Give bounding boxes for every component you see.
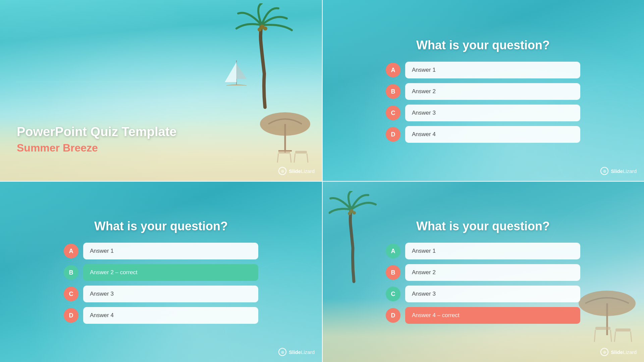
svg-point-2 [263, 26, 267, 31]
brand-logo-2: ◎ SlideLizard [600, 167, 637, 175]
answer-box-2b: Answer 2 – correct [83, 264, 258, 281]
quiz-content-3: What is your question? A Answer 1 B Answ… [322, 181, 644, 362]
badge-d-1: D [386, 127, 400, 142]
badge-a-2: A [64, 244, 78, 258]
brand-icon-3: ◎ [278, 348, 286, 356]
answer-row-2c: C Answer 3 [64, 286, 258, 302]
svg-marker-5 [236, 64, 247, 79]
brand-text-1: SlideLizard [289, 168, 315, 174]
brand-text-3: SlideLizard [289, 349, 315, 355]
answer-box-1a: Answer 1 [405, 62, 580, 78]
answer-row-2b: B Answer 2 – correct [64, 264, 258, 281]
brand-text-2: SlideLizard [611, 168, 637, 174]
answer-box-2a: Answer 1 [83, 243, 258, 259]
badge-b-1: B [386, 84, 400, 99]
badge-b-2: B [64, 265, 78, 280]
title-content: PowerPoint Quiz Template Summer Breeze [17, 124, 305, 154]
brand-bold-1: Slide [289, 168, 301, 174]
badge-c-1: C [386, 106, 400, 120]
slide-title: PowerPoint Quiz Template Summer Breeze ◎… [0, 0, 322, 181]
brand-icon-1: ◎ [278, 167, 286, 175]
svg-point-1 [258, 27, 262, 32]
badge-a-3: A [386, 244, 400, 258]
quiz-title-1: What is your question? [416, 38, 550, 52]
brand-logo-3: ◎ SlideLizard [278, 348, 315, 356]
svg-line-11 [290, 154, 291, 163]
slide-quiz-3: What is your question? A Answer 1 B Answ… [322, 181, 644, 362]
slide-title-main: PowerPoint Quiz Template [17, 124, 305, 140]
answer-box-1c: Answer 3 [405, 105, 580, 121]
answers-list-3: A Answer 1 B Answer 2 C Answer 3 D Answe… [386, 243, 580, 324]
quiz-title-3: What is your question? [416, 219, 550, 233]
svg-line-13 [294, 154, 295, 163]
svg-marker-4 [225, 62, 236, 82]
answer-row-1b: B Answer 2 [386, 83, 580, 100]
svg-line-10 [277, 154, 278, 163]
answer-box-3d: Answer 4 – correct [405, 307, 580, 324]
answers-list-2: A Answer 1 B Answer 2 – correct C Answer… [64, 243, 258, 324]
answer-row-2d: D Answer 4 [64, 307, 258, 324]
answer-box-3c: Answer 3 [405, 286, 580, 302]
brand-light-2: Lizard [623, 168, 637, 174]
answer-row-2a: A Answer 1 [64, 243, 258, 259]
badge-c-2: C [64, 287, 78, 301]
water-line-2 [32, 90, 177, 91]
badge-a-1: A [386, 63, 400, 77]
water-line-3 [10, 100, 187, 100]
quiz-title-2: What is your question? [94, 219, 228, 233]
brand-light-3: Lizard [301, 349, 315, 355]
badge-c-3: C [386, 287, 400, 301]
answer-box-1b: Answer 2 [405, 83, 580, 100]
water-line-1 [16, 81, 209, 82]
brand-light-1: Lizard [301, 168, 315, 174]
answer-row-1a: A Answer 1 [386, 62, 580, 78]
sailboat-svg [221, 57, 252, 94]
brand-bold-2: Slide [611, 168, 623, 174]
brand-icon-4: ◎ [600, 348, 608, 356]
slide-title-sub: Summer Breeze [17, 142, 305, 154]
brand-bold-3: Slide [289, 349, 301, 355]
slide-quiz-1: What is your question? A Answer 1 B Answ… [322, 0, 644, 181]
badge-b-3: B [386, 265, 400, 280]
quiz-content-2: What is your question? A Answer 1 B Answ… [0, 181, 322, 362]
brand-logo-1: ◎ SlideLizard [278, 167, 315, 175]
quiz-content-1: What is your question? A Answer 1 B Answ… [322, 0, 644, 181]
answer-box-3b: Answer 2 [405, 264, 580, 281]
answer-row-1c: C Answer 3 [386, 105, 580, 121]
answer-box-1d: Answer 4 [405, 126, 580, 143]
slide-quiz-2: What is your question? A Answer 1 B Answ… [0, 181, 322, 362]
answer-row-1d: D Answer 4 [386, 126, 580, 143]
vertical-divider [322, 0, 323, 362]
answer-row-3b: B Answer 2 [386, 264, 580, 281]
brand-light-4: Lizard [623, 349, 637, 355]
answer-row-3d: D Answer 4 – correct [386, 307, 580, 324]
answer-row-3a: A Answer 1 [386, 243, 580, 259]
badge-d-3: D [386, 308, 400, 323]
brand-icon-2: ◎ [600, 167, 608, 175]
brand-bold-4: Slide [611, 349, 623, 355]
brand-logo-4: ◎ SlideLizard [600, 348, 637, 356]
answer-box-3a: Answer 1 [405, 243, 580, 259]
answers-list-1: A Answer 1 B Answer 2 C Answer 3 D Answe… [386, 62, 580, 143]
svg-line-14 [307, 154, 308, 163]
answer-row-3c: C Answer 3 [386, 286, 580, 302]
answer-box-2c: Answer 3 [83, 286, 258, 302]
brand-text-4: SlideLizard [611, 349, 637, 355]
badge-d-2: D [64, 308, 78, 323]
answer-box-2d: Answer 4 [83, 307, 258, 324]
